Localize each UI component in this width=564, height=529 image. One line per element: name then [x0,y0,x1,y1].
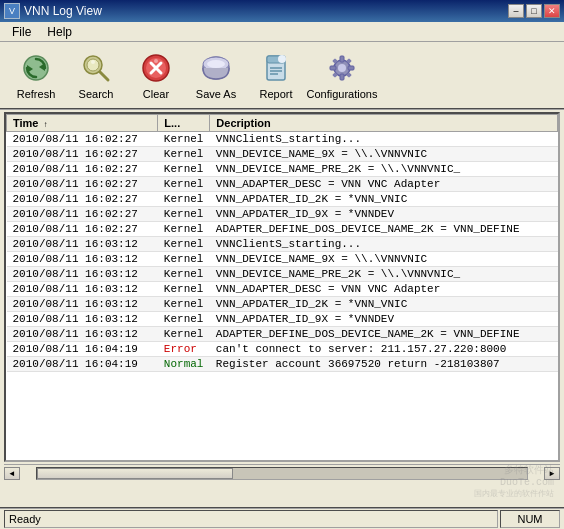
configurations-button[interactable]: Configurations [308,45,376,105]
window-title: VNN Log View [24,4,102,18]
cell-level: Kernel [158,177,210,192]
col-level[interactable]: L... [158,115,210,132]
table-row[interactable]: 2010/08/11 16:03:12KernelADAPTER_DEFINE_… [7,327,558,342]
table-row[interactable]: 2010/08/11 16:02:27KernelVNN_APDATER_ID_… [7,192,558,207]
menu-file[interactable]: File [4,23,39,41]
table-row[interactable]: 2010/08/11 16:03:12KernelVNN_ADAPTER_DES… [7,282,558,297]
table-row[interactable]: 2010/08/11 16:02:27KernelVNN_DEVICE_NAME… [7,162,558,177]
cell-level: Kernel [158,222,210,237]
cell-level: Kernel [158,297,210,312]
svg-rect-21 [340,56,344,62]
cell-description: VNN_DEVICE_NAME_PRE_2K = \\.\VNNVNIC_ [210,162,558,177]
refresh-label: Refresh [17,88,56,100]
close-button[interactable]: ✕ [544,4,560,18]
scroll-track[interactable] [36,467,528,480]
cell-time: 2010/08/11 16:03:12 [7,282,158,297]
table-row[interactable]: 2010/08/11 16:03:12KernelVNN_DEVICE_NAME… [7,252,558,267]
cell-time: 2010/08/11 16:03:12 [7,237,158,252]
cell-description: can't connect to server: 211.157.27.220:… [210,342,558,357]
clear-button[interactable]: Clear [128,45,184,105]
refresh-icon [18,50,54,86]
cell-level: Kernel [158,327,210,342]
table-row[interactable]: 2010/08/11 16:02:27KernelVNNClientS_star… [7,132,558,147]
saveas-label: Save As [196,88,236,100]
refresh-button[interactable]: Refresh [8,45,64,105]
svg-rect-24 [348,66,354,70]
table-row[interactable]: 2010/08/11 16:02:27KernelVNN_DEVICE_NAME… [7,147,558,162]
cell-time: 2010/08/11 16:03:12 [7,297,158,312]
menu-help[interactable]: Help [39,23,80,41]
cell-time: 2010/08/11 16:04:19 [7,357,158,372]
cell-description: ADAPTER_DEFINE_DOS_DEVICE_NAME_2K = VNN_… [210,327,558,342]
cell-time: 2010/08/11 16:03:12 [7,327,158,342]
cell-time: 2010/08/11 16:04:19 [7,342,158,357]
watermark: 多特软件站 DuoTe.com 国内最专业的软件作站 [474,463,554,499]
scroll-left-button[interactable]: ◄ [4,467,20,480]
saveas-icon [198,50,234,86]
cell-level: Kernel [158,132,210,147]
report-label: Report [259,88,292,100]
configurations-label: Configurations [307,88,378,100]
menu-bar: File Help [0,22,564,42]
search-label: Search [79,88,114,100]
table-row[interactable]: 2010/08/11 16:02:27KernelADAPTER_DEFINE_… [7,222,558,237]
cell-time: 2010/08/11 16:02:27 [7,192,158,207]
cell-time: 2010/08/11 16:03:12 [7,267,158,282]
table-row[interactable]: 2010/08/11 16:04:19NormalRegister accoun… [7,357,558,372]
scroll-thumb[interactable] [37,468,233,479]
col-description[interactable]: Decription [210,115,558,132]
cell-description: VNN_DEVICE_NAME_PRE_2K = \\.\VNNVNIC_ [210,267,558,282]
table-row[interactable]: 2010/08/11 16:02:27KernelVNN_APDATER_ID_… [7,207,558,222]
table-row[interactable]: 2010/08/11 16:03:12KernelVNNClientS_star… [7,237,558,252]
cell-level: Kernel [158,162,210,177]
table-row[interactable]: 2010/08/11 16:03:12KernelVNN_APDATER_ID_… [7,297,558,312]
cell-level: Kernel [158,267,210,282]
cell-description: ADAPTER_DEFINE_DOS_DEVICE_NAME_2K = VNN_… [210,222,558,237]
clear-label: Clear [143,88,169,100]
cell-time: 2010/08/11 16:02:27 [7,207,158,222]
cell-time: 2010/08/11 16:02:27 [7,222,158,237]
svg-point-6 [91,60,95,64]
report-button[interactable]: Report [248,45,304,105]
cell-time: 2010/08/11 16:03:12 [7,252,158,267]
cell-description: VNN_APDATER_ID_9X = *VNNDEV [210,312,558,327]
saveas-button[interactable]: Save As [188,45,244,105]
cell-level: Kernel [158,237,210,252]
cell-level: Kernel [158,312,210,327]
log-table-container[interactable]: Time ↑ L... Decription 2010/08/11 16:02:… [4,112,560,462]
cell-description: VNN_APDATER_ID_9X = *VNNDEV [210,207,558,222]
status-text: Ready [4,510,498,528]
table-row[interactable]: 2010/08/11 16:03:12KernelVNN_APDATER_ID_… [7,312,558,327]
search-icon [78,50,114,86]
maximize-button[interactable]: □ [526,4,542,18]
cell-description: VNN_APDATER_ID_2K = *VNN_VNIC [210,297,558,312]
cell-description: Register account 36697520 return -218103… [210,357,558,372]
svg-point-18 [278,55,286,63]
cell-time: 2010/08/11 16:02:27 [7,147,158,162]
svg-point-9 [154,59,158,63]
status-mode: NUM [500,510,560,528]
cell-time: 2010/08/11 16:02:27 [7,132,158,147]
cell-description: VNN_DEVICE_NAME_9X = \\.\VNNVNIC [210,147,558,162]
cell-level: Error [158,342,210,357]
title-bar: V VNN Log View – □ ✕ [0,0,564,22]
cell-description: VNNClientS_starting... [210,132,558,147]
table-row[interactable]: 2010/08/11 16:02:27KernelVNN_ADAPTER_DES… [7,177,558,192]
svg-point-20 [338,64,346,72]
log-table: Time ↑ L... Decription 2010/08/11 16:02:… [6,114,558,372]
col-time[interactable]: Time ↑ [7,115,158,132]
cell-time: 2010/08/11 16:02:27 [7,162,158,177]
title-bar-left: V VNN Log View [4,3,102,19]
window-icon: V [4,3,20,19]
svg-line-5 [100,72,108,80]
cell-level: Kernel [158,252,210,267]
configurations-icon [324,50,360,86]
search-button[interactable]: Search [68,45,124,105]
minimize-button[interactable]: – [508,4,524,18]
cell-description: VNN_DEVICE_NAME_9X = \\.\VNNVNIC [210,252,558,267]
cell-time: 2010/08/11 16:02:27 [7,177,158,192]
table-row[interactable]: 2010/08/11 16:03:12KernelVNN_DEVICE_NAME… [7,267,558,282]
cell-level: Kernel [158,282,210,297]
title-buttons: – □ ✕ [508,4,560,18]
table-row[interactable]: 2010/08/11 16:04:19Errorcan't connect to… [7,342,558,357]
